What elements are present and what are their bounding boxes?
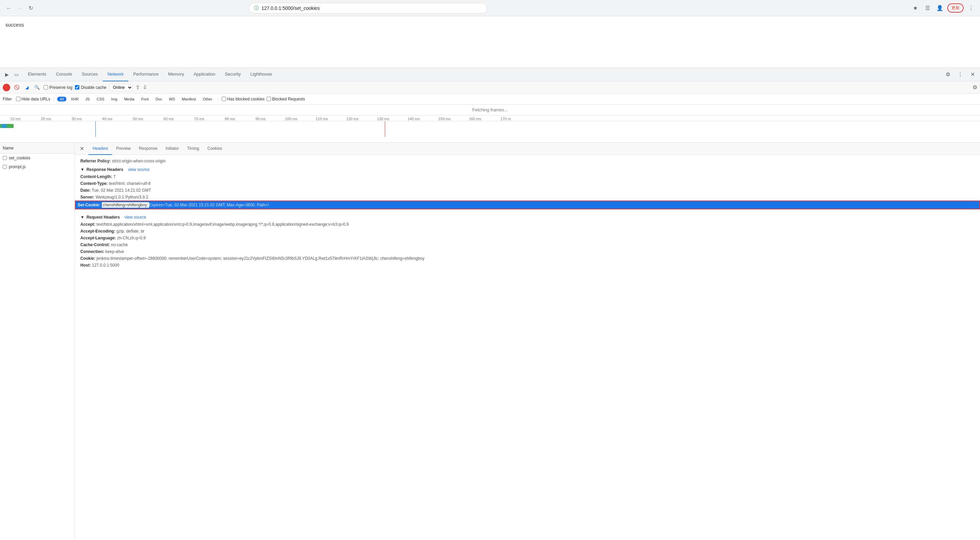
filter-media-button[interactable]: Media	[122, 97, 137, 102]
search-button[interactable]: 🔍	[33, 84, 41, 91]
red-timeline-marker	[385, 121, 385, 137]
more-icon[interactable]: ⋮	[956, 70, 965, 79]
forward-button[interactable]: →	[15, 3, 24, 13]
right-panel: ✕ Headers Preview Response Initiator Tim…	[75, 143, 980, 539]
response-view-source[interactable]: view source	[128, 167, 150, 172]
address-bar[interactable]: ⓘ 127.0.0.1:5000/set_cookies	[249, 3, 487, 14]
server-row: Server: Werkzeug/1.0.1 Python/3.9.2	[80, 194, 975, 200]
accept-language-row: Accept-Language: zh-CN,zh;q=0.9	[80, 235, 975, 241]
detail-tab-preview[interactable]: Preview	[112, 143, 135, 155]
has-blocked-cookies-checkbox[interactable]	[222, 97, 226, 101]
filter-font-button[interactable]: Font	[139, 97, 151, 102]
download-icon[interactable]: ⇩	[143, 84, 147, 91]
timeline-label-30ms: 30 ms	[61, 117, 92, 121]
timeline-label-120ms: 120 ms	[337, 117, 368, 121]
timeline-label-50ms: 50 ms	[123, 117, 153, 121]
filter-manifest-button[interactable]: Manifest	[180, 97, 199, 102]
tab-network[interactable]: Network	[103, 68, 129, 81]
request-view-source[interactable]: view source	[125, 215, 146, 219]
accept-row: Accept: text/html,application/xhtml+xml,…	[80, 221, 975, 228]
blocked-requests-label[interactable]: Blocked Requests	[267, 97, 305, 102]
filter-all-button[interactable]: All	[57, 97, 66, 102]
filter-bar: Filter Hide data URLs All XHR JS CSS Img…	[0, 94, 980, 105]
request-checkbox-set-cookies[interactable]	[3, 156, 7, 160]
has-blocked-cookies-label[interactable]: Has blocked cookies	[222, 97, 264, 102]
preserve-log-checkbox[interactable]	[44, 85, 48, 89]
fetching-frames-message: Fetching frames...	[0, 105, 980, 116]
request-item-set-cookies[interactable]: set_cookies	[0, 154, 75, 162]
headers-content: Referrer Policy: strict-origin-when-cros…	[75, 155, 980, 272]
timeline-label-130ms: 130 ms	[368, 117, 398, 121]
page-success-text: success	[5, 22, 24, 28]
profile-icon[interactable]: 👤	[935, 3, 945, 13]
date-row: Date: Tue, 02 Mar 2021 14:21:02 GMT	[80, 187, 975, 194]
settings-icon[interactable]: ⚙	[943, 70, 953, 79]
request-checkbox-prompt-js[interactable]	[3, 165, 7, 169]
timeline-label-70ms: 70 ms	[184, 117, 215, 121]
tab-lighthouse[interactable]: Lighthouse	[245, 68, 277, 81]
tab-sources[interactable]: Sources	[77, 68, 103, 81]
update-button[interactable]: 更新	[947, 3, 964, 13]
clear-button[interactable]: 🚫	[13, 84, 21, 91]
detail-tab-headers[interactable]: Headers	[89, 143, 112, 155]
filter-img-button[interactable]: Img	[109, 97, 119, 102]
record-button[interactable]	[3, 84, 10, 91]
filter-xhr-button[interactable]: XHR	[68, 97, 81, 102]
cursor-icon[interactable]: ▶	[3, 70, 11, 79]
filter-button[interactable]: ◢	[23, 84, 31, 91]
filter-ws-button[interactable]: WS	[167, 97, 177, 102]
hide-data-urls-checkbox[interactable]	[16, 97, 21, 101]
back-button[interactable]: ←	[4, 3, 14, 13]
set-cookie-row[interactable]: Set-Cookie: chenshifeng=shifengboy; Expi…	[75, 200, 980, 210]
filter-css-button[interactable]: CSS	[94, 97, 107, 102]
reload-button[interactable]: ↻	[26, 3, 35, 13]
extensions-icon[interactable]: ☰	[923, 3, 932, 13]
detail-tab-timing[interactable]: Timing	[183, 143, 203, 155]
connection-row: Connection: keep-alive	[80, 248, 975, 255]
close-devtools-icon[interactable]: ✕	[968, 70, 977, 79]
section-toggle-request: ▼	[80, 215, 84, 219]
hide-data-urls-label[interactable]: Hide data URLs	[16, 97, 50, 102]
menu-icon[interactable]: ⋮	[966, 3, 976, 13]
devtools-panel: ▶ ▭ Elements Console Sources Network Per…	[0, 67, 980, 539]
filter-js-button[interactable]: JS	[83, 97, 92, 102]
cache-control-row: Cache-Control: no-cache	[80, 241, 975, 248]
timeline-area: 10 ms 20 ms 30 ms 40 ms 50 ms 60 ms 70 m…	[0, 116, 980, 143]
devtools-tab-actions: ⚙ ⋮ ✕	[943, 70, 977, 79]
network-toolbar: 🚫 ◢ 🔍 Preserve log Disable cache Online …	[0, 81, 980, 94]
filter-separator-2	[218, 96, 218, 102]
detail-tab-response[interactable]: Response	[135, 143, 161, 155]
filter-doc-button[interactable]: Doc	[153, 97, 165, 102]
disable-cache-label[interactable]: Disable cache	[75, 85, 106, 90]
tab-console[interactable]: Console	[51, 68, 77, 81]
detail-tab-cookies[interactable]: Cookies	[203, 143, 226, 155]
content-type-row: Content-Type: text/html; charset=utf-8	[80, 180, 975, 187]
tab-memory[interactable]: Memory	[164, 68, 189, 81]
response-headers-title: ▼ Response Headers view source	[80, 164, 975, 173]
timeline-label-110ms: 110 ms	[307, 117, 337, 121]
detail-close-icon[interactable]: ✕	[78, 145, 86, 153]
tab-elements[interactable]: Elements	[23, 68, 51, 81]
host-row: Host: 127.0.0.1:5000	[80, 262, 975, 268]
tab-security[interactable]: Security	[220, 68, 245, 81]
throttle-select[interactable]: Online	[109, 84, 133, 91]
tab-application[interactable]: Application	[189, 68, 220, 81]
bookmark-icon[interactable]: ★	[910, 3, 920, 13]
url-text: 127.0.0.1:5000/set_cookies	[261, 5, 482, 11]
tab-performance[interactable]: Performance	[128, 68, 163, 81]
timeline-label-90ms: 90 ms	[245, 117, 276, 121]
filter-other-button[interactable]: Other	[200, 97, 215, 102]
request-item-prompt-js[interactable]: prompt.js	[0, 162, 75, 171]
preserve-log-label[interactable]: Preserve log	[44, 85, 72, 90]
network-settings-icon[interactable]: ⚙	[972, 84, 977, 91]
nav-buttons: ← → ↻	[4, 3, 35, 13]
timeline-label-160ms: 160 ms	[460, 117, 490, 121]
page-content: success	[0, 16, 980, 67]
upload-icon[interactable]: ⇧	[135, 84, 140, 91]
disable-cache-checkbox[interactable]	[75, 85, 80, 89]
blocked-requests-checkbox[interactable]	[267, 97, 271, 101]
browser-actions: ★ ☰ 👤 更新 ⋮	[910, 3, 976, 13]
device-icon[interactable]: ▭	[12, 70, 21, 79]
timeline-label-150ms: 150 ms	[429, 117, 460, 121]
detail-tab-initiator[interactable]: Initiator	[161, 143, 183, 155]
